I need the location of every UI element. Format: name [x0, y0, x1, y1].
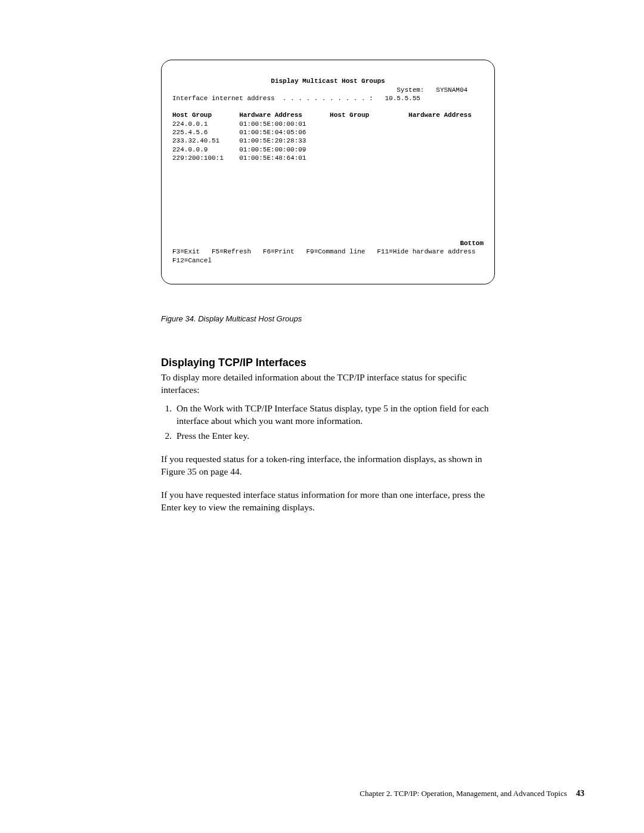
intro-text: To display more detailed information abo…	[161, 371, 495, 397]
col-hwaddr1: Hardware Address	[239, 112, 302, 119]
row1-hostgroup: 225.4.5.6	[172, 129, 239, 136]
steps-list: On the Work with TCP/IP Interface Status…	[161, 402, 495, 442]
terminal-system-line: System: SYSNAM04	[172, 86, 484, 94]
table-headers: Host Group Hardware Address Host Group H…	[172, 111, 484, 119]
system-label: System:	[397, 86, 424, 94]
row0-hostgroup: 224.0.0.1	[172, 120, 239, 128]
footer-chapter: Chapter 2. TCP/IP: Operation, Management…	[360, 789, 566, 798]
fkeys: F3=Exit F5=Refresh F6=Print F9=Command l…	[172, 247, 484, 265]
system-value: SYSNAM04	[436, 86, 467, 94]
row2-hostgroup: 233.32.40.51	[172, 137, 239, 144]
iface-value: 10.5.5.55	[385, 95, 420, 102]
row3-hwaddr: 01:00:5E:00:00:09	[239, 146, 306, 153]
page-footer: Chapter 2. TCP/IP: Operation, Management…	[360, 789, 584, 798]
table-row: 233.32.40.51 01:00:5E:20:28:33	[172, 137, 484, 145]
terminal-display: Display Multicast Host Groups System: SY…	[161, 60, 495, 284]
iface-label: Interface internet address . . . . . . .…	[172, 95, 373, 102]
col-hostgroup2: Host Group	[330, 112, 369, 119]
interface-address-line: Interface internet address . . . . . . .…	[172, 94, 484, 103]
paragraph-1: If you requested status for a token-ring…	[161, 453, 495, 478]
row4-hwaddr: 01:00:5E:48:64:01	[239, 154, 306, 162]
table-row: 229:200:100:1 01:00:5E:48:64:01	[172, 154, 484, 162]
list-item: Press the Enter key.	[174, 430, 495, 442]
terminal-title: Display Multicast Host Groups	[172, 77, 484, 85]
terminal-bottom: Bottom	[172, 239, 484, 247]
section-heading: Displaying TCP/IP Interfaces	[161, 357, 495, 369]
col-hostgroup1: Host Group	[172, 112, 212, 119]
table-row: 224.0.0.9 01:00:5E:00:00:09	[172, 145, 484, 154]
row0-hwaddr: 01:00:5E:00:00:01	[239, 120, 306, 128]
row1-hwaddr: 01:00:5E:04:05:06	[239, 129, 306, 136]
row2-hwaddr: 01:00:5E:20:28:33	[239, 137, 306, 144]
row4-hostgroup: 229:200:100:1	[172, 154, 239, 162]
list-item: On the Work with TCP/IP Interface Status…	[174, 402, 495, 428]
paragraph-2: If you have requested interface status i…	[161, 489, 495, 514]
figure-caption: Figure 34. Display Multicast Host Groups	[161, 314, 495, 323]
row3-hostgroup: 224.0.0.9	[172, 146, 239, 153]
table-row: 224.0.0.1 01:00:5E:00:00:01	[172, 120, 484, 128]
page-number: 43	[576, 789, 584, 798]
table-row: 225.4.5.6 01:00:5E:04:05:06	[172, 128, 484, 137]
col-hwaddr2: Hardware Address	[408, 112, 472, 119]
